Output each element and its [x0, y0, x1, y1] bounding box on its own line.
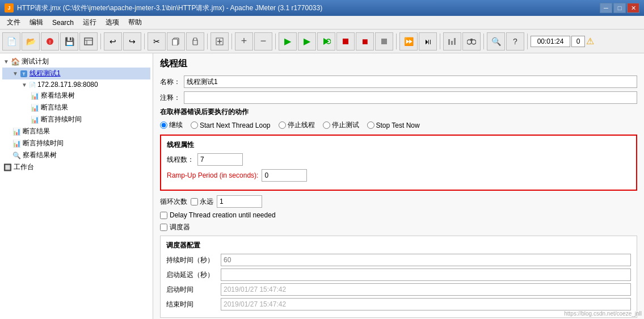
sidebar-item-result-tree1[interactable]: 📊 察看结果树: [2, 90, 150, 102]
ramp-input[interactable]: [262, 169, 307, 182]
sidebar-item-assert1[interactable]: 📊 断言结果: [2, 102, 150, 114]
sidebar-item-assert-duration2[interactable]: 📊 断言持续时间: [2, 137, 150, 149]
end-time-label: 结束时间: [166, 300, 217, 309]
search-button[interactable]: 🔍: [487, 32, 505, 51]
minimize-button[interactable]: ─: [600, 3, 612, 13]
delay-thread-row: Delay Thread creation until needed: [160, 211, 637, 219]
svg-point-17: [467, 40, 472, 44]
new-button[interactable]: 📄: [2, 32, 20, 51]
forever-checkbox[interactable]: [191, 198, 198, 205]
radio-stop-test[interactable]: 停止测试: [323, 120, 359, 130]
sidebar-item-test-plan[interactable]: ▼ 🏠 测试计划: [2, 56, 150, 68]
menu-item-运行[interactable]: 运行: [78, 16, 101, 28]
thread-count-input[interactable]: [197, 153, 243, 166]
open-button[interactable]: 📂: [22, 32, 40, 51]
sidebar-item-thread-group[interactable]: ▼ T 线程测试1: [2, 68, 150, 79]
name-row: 名称：: [160, 75, 637, 88]
stop-now-button[interactable]: ⏹: [356, 32, 374, 51]
radio-stop-thread-label: 停止线程: [288, 120, 315, 130]
forever-label: 永远: [200, 197, 213, 207]
http-label: 172.28.171.98:8080: [37, 81, 98, 89]
start-time-input[interactable]: [221, 283, 631, 296]
start-nopause-button[interactable]: ▶: [298, 32, 316, 51]
tree-toggle-thread[interactable]: ▼: [12, 70, 18, 77]
assert-duration2-icon: 📊: [12, 140, 21, 148]
error-action-section: 在取样器错误后要执行的动作 继续 Start Next Thread Loop …: [160, 107, 637, 130]
forward-button[interactable]: ⏩: [399, 32, 418, 51]
menu-item-文件[interactable]: 文件: [2, 16, 25, 28]
menu-item-选项[interactable]: 选项: [101, 16, 124, 28]
expand-button[interactable]: [211, 32, 229, 51]
binoculars-button[interactable]: [462, 32, 481, 51]
counter-display: 0: [571, 36, 585, 47]
comment-input[interactable]: [184, 91, 637, 104]
main-area: ▼ 🏠 测试计划 ▼ T 线程测试1 ▼ 📄 172.28.171.98:808…: [0, 53, 644, 319]
loop-count-input[interactable]: [217, 195, 262, 208]
sidebar-item-assert2[interactable]: 📊 断言结果: [2, 125, 150, 137]
undo-button[interactable]: ↩: [104, 32, 122, 51]
loop-row: 循环次数 永远: [160, 195, 637, 208]
copy-button[interactable]: [167, 32, 185, 51]
save-button[interactable]: 💾: [60, 32, 78, 51]
menu-item-Search[interactable]: Search: [48, 18, 78, 28]
radio-continue-label: 继续: [169, 120, 183, 130]
error-radio-row: 继续 Start Next Thread Loop 停止线程 停止测试 Stop…: [160, 120, 637, 130]
sidebar-item-assert-duration1[interactable]: 📊 断言持续时间: [2, 114, 150, 125]
titlebar-title: HTTP请求.jmx (C:\软件\jmeter\apache-jmeter-3…: [17, 3, 322, 13]
sidebar-item-result-tree2[interactable]: 🔍 察看结果树: [2, 149, 150, 161]
thread-group-label: 线程测试1: [30, 69, 61, 78]
start-button[interactable]: ▶: [279, 32, 297, 51]
sep8: [483, 33, 484, 49]
sidebar: ▼ 🏠 测试计划 ▼ T 线程测试1 ▼ 📄 172.28.171.98:808…: [0, 53, 153, 319]
close-button[interactable]: ✕: [627, 3, 639, 13]
scheduler-checkbox[interactable]: [160, 224, 167, 231]
sep9: [527, 33, 528, 49]
delay-thread-checkbox[interactable]: [160, 212, 167, 219]
radio-continue[interactable]: 继续: [160, 120, 183, 130]
name-input[interactable]: [184, 75, 637, 88]
remote-stop-button[interactable]: ⏹: [375, 32, 393, 51]
templates-button[interactable]: [79, 32, 98, 51]
delay-thread-label[interactable]: Delay Thread creation until needed: [160, 211, 276, 219]
radio-stop-test-label: 停止测试: [332, 120, 359, 130]
warning-icon: ⚠: [586, 36, 594, 47]
scheduler-checkbox-label[interactable]: 调度器: [160, 223, 190, 232]
loop-label: 循环次数: [160, 197, 187, 207]
forever-checkbox-label[interactable]: 永远: [191, 197, 213, 207]
sep7: [440, 33, 440, 49]
result-tree1-label: 察看结果树: [41, 91, 75, 100]
add-button[interactable]: +: [235, 32, 253, 51]
remote-all-start-button[interactable]: ⏯: [419, 32, 437, 51]
start-time-row: 启动时间: [166, 283, 631, 296]
http-icon: 📄: [29, 82, 36, 88]
start-remote-button[interactable]: [317, 32, 335, 51]
tree-toggle-plan[interactable]: ▼: [3, 58, 9, 65]
analyze-button[interactable]: [443, 32, 461, 51]
help-button[interactable]: ?: [506, 32, 524, 51]
redo-button[interactable]: ↪: [123, 32, 141, 51]
stop-button[interactable]: ⏹: [336, 32, 355, 51]
menu-item-编辑[interactable]: 编辑: [25, 16, 48, 28]
radio-stop-test-now[interactable]: Stop Test Now: [367, 121, 420, 129]
remove-button[interactable]: −: [254, 32, 272, 51]
radio-stop-thread[interactable]: 停止线程: [279, 120, 315, 130]
tree-toggle-http[interactable]: ▼: [22, 82, 27, 88]
sep3: [207, 33, 208, 49]
startup-delay-row: 启动延迟（秒）: [166, 268, 631, 281]
end-time-input[interactable]: [221, 298, 631, 310]
saveas-button[interactable]: !: [41, 32, 59, 51]
startup-delay-input[interactable]: [221, 268, 631, 281]
svg-rect-2: [85, 38, 92, 45]
thread-props-box: 线程属性 线程数： Ramp-Up Period (in seconds):: [160, 135, 637, 191]
test-plan-icon: 🏠: [11, 57, 20, 66]
name-label: 名称：: [160, 77, 180, 87]
cut-button[interactable]: ✂: [148, 32, 166, 51]
sidebar-item-http[interactable]: ▼ 📄 172.28.171.98:8080: [2, 79, 150, 90]
duration-input[interactable]: [221, 254, 631, 266]
titlebar: J HTTP请求.jmx (C:\软件\jmeter\apache-jmeter…: [0, 0, 644, 16]
paste-button[interactable]: [186, 32, 204, 51]
menu-item-帮助[interactable]: 帮助: [124, 16, 146, 28]
maximize-button[interactable]: □: [613, 3, 626, 13]
sidebar-item-workbench[interactable]: 🔲 工作台: [2, 161, 150, 173]
radio-next-loop[interactable]: Start Next Thread Loop: [191, 121, 271, 129]
